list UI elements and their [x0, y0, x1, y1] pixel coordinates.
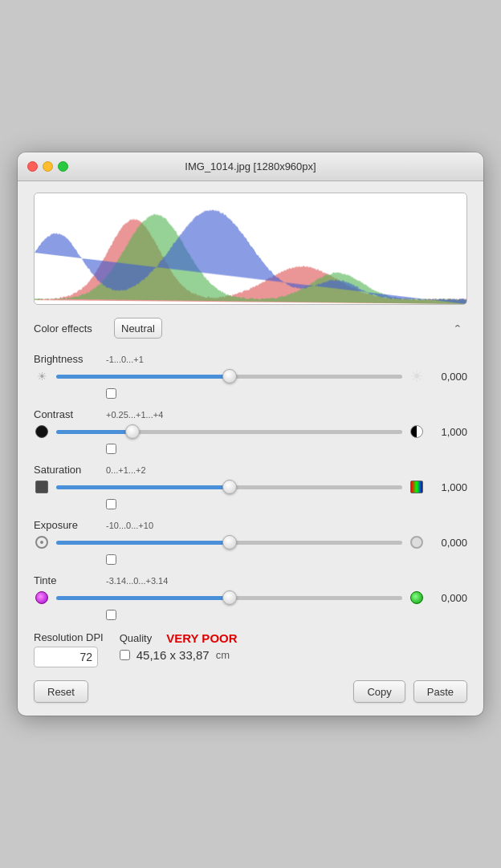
exposure-thumb[interactable] — [222, 535, 237, 550]
contrast-checkbox-row — [106, 443, 467, 457]
exposure-slider[interactable] — [56, 536, 402, 549]
tinte-icon-left — [34, 590, 50, 606]
brightness-slider[interactable] — [56, 370, 402, 383]
contrast-icon-right — [409, 424, 425, 440]
saturation-header: Saturation 0...+1...+2 — [34, 464, 467, 476]
exposure-checkbox[interactable] — [106, 554, 116, 565]
quality-group: Quality VERY POOR 45,16 x 33,87 cm — [120, 631, 238, 662]
close-button[interactable] — [27, 161, 38, 172]
saturation-checkbox[interactable] — [106, 499, 116, 509]
paste-button[interactable]: Paste — [413, 680, 467, 703]
traffic-lights — [27, 161, 68, 172]
quality-status: VERY POOR — [166, 631, 237, 645]
color-effects-select[interactable]: Neutral Vivid Cool Warm B&W — [114, 318, 162, 339]
resolution-input[interactable] — [34, 647, 98, 667]
contrast-row: 1,000 — [34, 424, 467, 440]
contrast-icon-left — [34, 424, 50, 440]
maximize-button[interactable] — [58, 161, 68, 172]
quality-dimensions: 45,16 x 33,87 — [136, 648, 210, 662]
exposure-value: 0,000 — [431, 537, 467, 549]
contrast-label: Contrast — [34, 408, 106, 420]
saturation-row: 1,000 — [34, 479, 467, 495]
contrast-half-circle-icon — [410, 425, 423, 438]
tinte-checkbox-row — [106, 609, 467, 623]
exposure-row: 0,000 — [34, 534, 467, 550]
exposure-icon-left — [34, 534, 50, 550]
contrast-track — [56, 430, 402, 434]
saturation-gray-icon — [35, 481, 48, 493]
saturation-range: 0...+1...+2 — [106, 465, 146, 475]
content-area: Color effects Neutral Vivid Cool Warm B&… — [18, 181, 483, 716]
tinte-track — [56, 596, 402, 600]
exposure-checkbox-row — [106, 554, 467, 568]
saturation-icon-right — [409, 479, 425, 495]
saturation-color-icon — [410, 481, 423, 493]
brightness-row: ☀ ☀ 0,000 — [34, 368, 467, 384]
tinte-checkbox[interactable] — [106, 610, 116, 620]
tinte-section: Tinte -3.14...0...+3.14 0,000 — [34, 574, 467, 623]
tinte-green-icon — [410, 591, 423, 604]
exposure-icon-right — [409, 534, 425, 550]
exposure-bright-icon — [410, 536, 423, 549]
resolution-group: Resolution DPI — [34, 631, 104, 667]
contrast-range: +0.25...+1...+4 — [106, 410, 163, 420]
exposure-range: -10...0...+10 — [106, 521, 153, 530]
brightness-checkbox[interactable] — [106, 388, 116, 399]
contrast-slider[interactable] — [56, 425, 402, 438]
exposure-header: Exposure -10...0...+10 — [34, 519, 467, 531]
tinte-purple-icon — [35, 591, 48, 604]
tinte-slider[interactable] — [56, 591, 402, 604]
exposure-track — [56, 541, 402, 545]
brightness-thumb[interactable] — [222, 369, 237, 383]
brightness-track — [56, 375, 402, 379]
window-title: IMG_1014.jpg [1280x960px] — [185, 160, 316, 172]
main-window: IMG_1014.jpg [1280x960px] Color effects … — [18, 152, 483, 716]
brightness-icon-right: ☀ — [409, 368, 425, 384]
color-effects-label: Color effects — [34, 322, 106, 335]
brightness-value: 0,000 — [431, 371, 467, 383]
contrast-header: Contrast +0.25...+1...+4 — [34, 408, 467, 420]
color-effects-dropdown-wrapper: Neutral Vivid Cool Warm B&W — [114, 318, 467, 339]
quality-unit: cm — [216, 649, 230, 661]
brightness-label: Brightness — [34, 353, 106, 365]
saturation-checkbox-row — [106, 498, 467, 513]
reset-button[interactable]: Reset — [34, 680, 88, 703]
contrast-thumb[interactable] — [125, 424, 140, 439]
saturation-section: Saturation 0...+1...+2 1,000 — [34, 464, 467, 513]
tinte-header: Tinte -3.14...0...+3.14 — [34, 574, 467, 586]
tinte-value: 0,000 — [431, 592, 467, 604]
tinte-row: 0,000 — [34, 590, 467, 606]
exposure-shutter-icon — [35, 536, 48, 549]
contrast-dark-circle-icon — [35, 425, 48, 438]
contrast-checkbox[interactable] — [106, 444, 116, 454]
buttons-row: Reset Copy Paste — [34, 680, 467, 703]
quality-label: Quality — [120, 632, 152, 644]
resolution-quality-row: Resolution DPI Quality VERY POOR 45,16 x… — [34, 631, 467, 667]
brightness-header: Brightness -1...0...+1 — [34, 353, 467, 365]
histogram — [34, 193, 467, 305]
tinte-label: Tinte — [34, 574, 106, 586]
saturation-track — [56, 485, 402, 489]
tinte-thumb[interactable] — [222, 590, 237, 605]
quality-header-row: Quality VERY POOR — [120, 631, 238, 645]
copy-button[interactable]: Copy — [353, 680, 405, 703]
saturation-slider[interactable] — [56, 481, 402, 493]
brightness-checkbox-row — [106, 387, 467, 402]
saturation-icon-left — [34, 479, 50, 495]
exposure-label: Exposure — [34, 519, 106, 531]
quality-dims-row: 45,16 x 33,87 cm — [120, 648, 238, 662]
saturation-thumb[interactable] — [222, 480, 237, 494]
histogram-canvas — [35, 193, 466, 304]
brightness-section: Brightness -1...0...+1 ☀ ☀ 0,000 — [34, 353, 467, 402]
tinte-icon-right — [409, 590, 425, 606]
saturation-label: Saturation — [34, 464, 106, 476]
minimize-button[interactable] — [43, 161, 53, 172]
resolution-label: Resolution DPI — [34, 631, 104, 643]
tinte-range: -3.14...0...+3.14 — [106, 576, 168, 586]
contrast-value: 1,000 — [431, 426, 467, 438]
saturation-value: 1,000 — [431, 481, 467, 493]
exposure-section: Exposure -10...0...+10 0,000 — [34, 519, 467, 568]
titlebar: IMG_1014.jpg [1280x960px] — [18, 152, 483, 181]
quality-checkbox[interactable] — [120, 650, 130, 660]
contrast-section: Contrast +0.25...+1...+4 1,000 — [34, 408, 467, 457]
